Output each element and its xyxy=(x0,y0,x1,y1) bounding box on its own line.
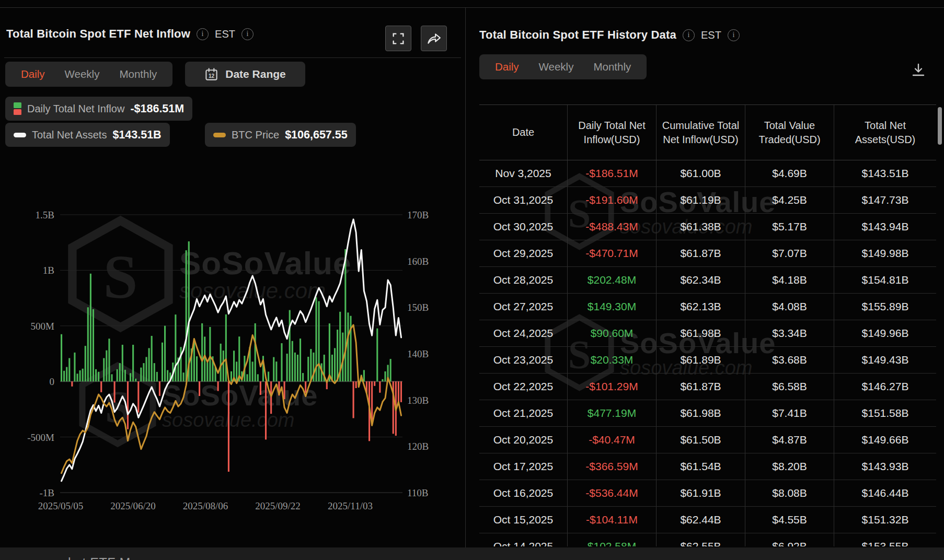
cell-date: Oct 23,2025 xyxy=(479,347,568,373)
tab-daily[interactable]: Daily xyxy=(21,68,45,80)
cell-cumulative-inflow: $62.44B xyxy=(657,507,745,533)
cell-date: Oct 15,2025 xyxy=(479,507,568,533)
cell-net-assets: $149.66B xyxy=(834,427,936,453)
column-header-value-traded: Total Value Traded(USD) xyxy=(745,105,834,160)
tab-weekly[interactable]: Weekly xyxy=(65,68,100,80)
cell-net-assets: $146.44B xyxy=(834,480,936,506)
table-row[interactable]: Nov 3,2025 -$186.51M $61.00B $4.69B $143… xyxy=(479,160,936,187)
svg-text:130B: 130B xyxy=(407,395,429,406)
table-row[interactable]: Oct 20,2025 -$40.47M $61.50B $4.87B $149… xyxy=(479,427,936,453)
svg-text:1.5B: 1.5B xyxy=(36,209,54,220)
fullscreen-button[interactable] xyxy=(385,26,411,51)
cell-cumulative-inflow: $62.55B xyxy=(657,533,745,546)
est-info-icon[interactable]: i xyxy=(241,28,254,40)
table-row[interactable]: Oct 31,2025 -$191.60M $61.19B $4.25B $14… xyxy=(479,187,936,214)
info-icon[interactable]: i xyxy=(197,28,209,40)
page-title: Total Bitcoin Spot ETF Net Inflow xyxy=(6,27,190,41)
header-divider xyxy=(4,57,461,58)
est-info-icon[interactable]: i xyxy=(728,29,740,41)
inflow-chart[interactable]: 1.5B1B500M0-500M-1B170B160B150B140B130B1… xyxy=(0,167,465,522)
table-row[interactable]: Oct 17,2025 -$366.59M $61.54B $8.20B $14… xyxy=(479,453,936,480)
next-section-strip: ket ETF M xyxy=(0,547,944,560)
download-button[interactable] xyxy=(908,60,929,80)
cell-value-traded: $4.25B xyxy=(745,187,834,213)
sosovalue-dashboard: Total Bitcoin Spot ETF Net Inflow i EST … xyxy=(0,0,944,560)
cell-cumulative-inflow: $61.87B xyxy=(657,240,745,266)
tab-daily[interactable]: Daily xyxy=(495,61,519,73)
tab-monthly[interactable]: Monthly xyxy=(119,68,157,80)
svg-text:-1B: -1B xyxy=(40,487,55,498)
svg-text:160B: 160B xyxy=(407,256,429,267)
cell-net-assets: $143.93B xyxy=(834,453,936,480)
date-range-button[interactable]: 12 Date Range xyxy=(185,62,305,87)
cell-date: Oct 20,2025 xyxy=(479,427,568,453)
cell-value-traded: $8.08B xyxy=(745,480,834,506)
cell-daily-inflow: -$191.60M xyxy=(568,187,657,213)
cell-cumulative-inflow: $61.87B xyxy=(657,374,745,400)
tab-weekly[interactable]: Weekly xyxy=(539,61,574,73)
table-row[interactable]: Oct 16,2025 -$536.44M $61.91B $8.08B $14… xyxy=(479,480,936,507)
share-icon xyxy=(426,31,442,46)
table-row[interactable]: Oct 15,2025 -$104.11M $62.44B $4.55B $15… xyxy=(479,507,936,533)
cell-date: Nov 3,2025 xyxy=(479,160,568,186)
table-row[interactable]: Oct 21,2025 $477.19M $61.98B $7.41B $151… xyxy=(479,400,936,427)
history-data-panel: Total Bitcoin Spot ETF History Data i ES… xyxy=(465,7,944,547)
chart-area: S SoSoValue sosovalue.com S SoSoValue so… xyxy=(0,167,465,522)
date-range-label: Date Range xyxy=(225,68,286,80)
svg-text:2025/09/22: 2025/09/22 xyxy=(255,500,301,511)
column-header-date: Date xyxy=(479,105,568,160)
cell-value-traded: $6.58B xyxy=(745,374,834,400)
cell-net-assets: $143.94B xyxy=(834,214,936,240)
tab-monthly[interactable]: Monthly xyxy=(593,61,631,73)
cell-cumulative-inflow: $61.98B xyxy=(657,320,745,346)
column-header-cumulative-inflow: Cumulative Total Net Inflow(USD) xyxy=(657,105,745,160)
cell-daily-inflow: -$536.44M xyxy=(568,480,657,506)
cell-date: Oct 27,2025 xyxy=(479,294,568,320)
cell-date: Oct 24,2025 xyxy=(479,320,568,346)
cell-value-traded: $4.18B xyxy=(745,267,834,293)
cell-cumulative-inflow: $62.34B xyxy=(657,267,745,293)
legend-value: -$186.51M xyxy=(130,102,184,115)
cell-value-traded: $8.20B xyxy=(745,453,834,480)
scrollbar-thumb[interactable] xyxy=(938,107,942,145)
table-row[interactable]: Oct 30,2025 -$488.43M $61.38B $5.17B $14… xyxy=(479,214,936,240)
table-row[interactable]: Oct 22,2025 -$101.29M $61.87B $6.58B $14… xyxy=(479,374,936,400)
cell-cumulative-inflow: $61.38B xyxy=(657,214,745,240)
table-row[interactable]: Oct 27,2025 $149.30M $62.13B $4.08B $155… xyxy=(479,294,936,320)
history-table-body: Nov 3,2025 -$186.51M $61.00B $4.69B $143… xyxy=(479,160,936,546)
cell-date: Oct 31,2025 xyxy=(479,187,568,213)
cell-cumulative-inflow: $61.19B xyxy=(657,187,745,213)
cell-cumulative-inflow: $61.89B xyxy=(657,347,745,373)
cell-value-traded: $7.41B xyxy=(745,400,834,426)
cell-value-traded: $3.68B xyxy=(745,347,834,373)
cell-cumulative-inflow: $61.98B xyxy=(657,400,745,426)
legend-btc-price[interactable]: BTC Price $106,657.55 xyxy=(205,123,356,147)
history-period-tabs: Daily Weekly Monthly xyxy=(479,54,647,79)
legend-daily-net-inflow[interactable]: Daily Total Net Inflow -$186.51M xyxy=(5,97,192,121)
history-title: Total Bitcoin Spot ETF History Data xyxy=(479,28,676,42)
cell-net-assets: $153.55B xyxy=(834,533,936,546)
cell-net-assets: $146.27B xyxy=(834,374,936,400)
cell-daily-inflow: -$488.43M xyxy=(568,214,657,240)
cell-value-traded: $4.87B xyxy=(745,427,834,453)
cell-net-assets: $143.51B xyxy=(834,160,936,186)
cell-daily-inflow: $102.58M xyxy=(568,533,657,546)
cell-value-traded: $3.34B xyxy=(745,320,834,346)
table-row[interactable]: Oct 24,2025 $90.60M $61.98B $3.34B $149.… xyxy=(479,320,936,347)
history-header: Total Bitcoin Spot ETF History Data i ES… xyxy=(479,22,740,48)
download-icon xyxy=(911,62,926,78)
cell-cumulative-inflow: $61.54B xyxy=(657,453,745,480)
table-row[interactable]: Oct 23,2025 $20.33M $61.89B $3.68B $149.… xyxy=(479,347,936,374)
legend-label: Total Net Assets xyxy=(32,129,107,141)
cell-date: Oct 16,2025 xyxy=(479,480,568,506)
table-row[interactable]: Oct 14,2025 $102.58M $62.55B $6.92B $153… xyxy=(479,533,936,546)
legend-total-net-assets[interactable]: Total Net Assets $143.51B xyxy=(5,123,170,147)
table-row[interactable]: Oct 29,2025 -$470.71M $61.87B $7.07B $14… xyxy=(479,240,936,267)
white-line-icon xyxy=(14,133,26,137)
info-icon[interactable]: i xyxy=(683,29,695,41)
share-button[interactable] xyxy=(421,26,447,51)
cell-net-assets: $147.73B xyxy=(834,187,936,213)
svg-text:120B: 120B xyxy=(407,441,429,452)
cell-date: Oct 14,2025 xyxy=(479,533,568,546)
table-row[interactable]: Oct 28,2025 $202.48M $62.34B $4.18B $154… xyxy=(479,267,936,294)
